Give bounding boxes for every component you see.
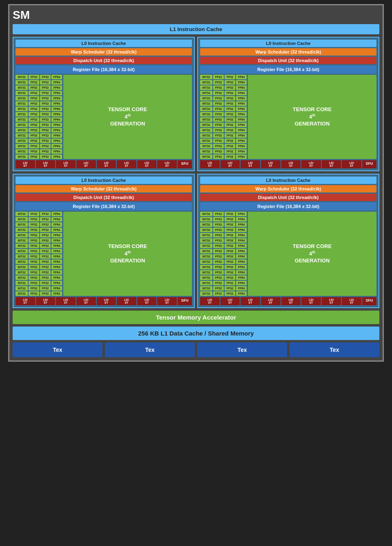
- core-cell-1-2: FP32: [225, 80, 235, 85]
- ld-st-3: LD/ ST: [261, 297, 281, 305]
- core-cell-8-3: FP64: [236, 254, 247, 259]
- core-cell-6-2: FP32: [225, 244, 235, 248]
- core-cell-9-0: INT32: [200, 123, 212, 127]
- ld-st-2: LD/ ST: [241, 297, 260, 305]
- core-cell-4-2: FP32: [40, 233, 51, 237]
- warp-scheduler-bl: Warp Scheduler (32 thread/clk): [16, 185, 192, 192]
- core-row-3: INT32FP32FP32FP64: [200, 91, 247, 95]
- core-row-13: INT32FP32FP32FP64: [16, 281, 62, 285]
- sfu: SFU: [178, 297, 192, 305]
- core-cell-15-1: FP32: [213, 154, 224, 159]
- core-cell-12-3: FP64: [236, 275, 247, 280]
- core-cell-13-1: FP32: [29, 281, 39, 285]
- core-cell-15-0: INT32: [200, 154, 212, 159]
- tex-unit-2: Tex: [197, 342, 287, 357]
- core-cell-4-0: INT32: [200, 96, 212, 101]
- core-cell-2-0: INT32: [200, 222, 212, 227]
- core-cell-14-1: FP32: [29, 149, 39, 154]
- top-quadrant-row: L0 Instruction Cache Warp Scheduler (32 …: [13, 37, 379, 171]
- bottom-row-tl: LD/ STLD/ STLD/ STLD/ STLD/ STLD/ STLD/ …: [16, 160, 192, 168]
- core-cell-3-0: INT32: [16, 91, 28, 95]
- core-area-tr: INT32FP32FP32FP64INT32FP32FP32FP64INT32F…: [200, 75, 376, 159]
- core-cell-7-2: FP32: [225, 112, 235, 116]
- core-cell-3-3: FP64: [236, 91, 247, 95]
- dispatch-unit-br: Dispatch Unit (32 thread/clk): [200, 194, 376, 201]
- core-row-6: INT32FP32FP32FP64: [16, 244, 62, 248]
- core-area-br: INT32FP32FP32FP64INT32FP32FP32FP64INT32F…: [200, 212, 376, 296]
- core-cell-5-3: FP64: [51, 101, 62, 106]
- ld-st-0: LD/ ST: [16, 160, 35, 168]
- core-cell-7-3: FP64: [51, 249, 62, 253]
- ld-st-0: LD/ ST: [16, 297, 35, 305]
- core-cell-2-2: FP32: [225, 222, 235, 227]
- ld-st-6: LD/ ST: [137, 297, 157, 305]
- core-cell-4-2: FP32: [225, 96, 235, 101]
- tensor-core-gen-tr: 4th: [309, 114, 315, 120]
- tensor-core-bl: TENSOR CORE4thGENERATION: [63, 212, 192, 296]
- l1-instruction-cache: L1 Instruction Cache: [13, 24, 379, 34]
- core-cell-5-2: FP32: [40, 101, 51, 106]
- core-row-14: INT32FP32FP32FP64: [16, 149, 62, 154]
- core-cell-0-0: INT32: [200, 212, 212, 216]
- core-cell-13-2: FP32: [40, 281, 51, 285]
- core-cell-9-3: FP64: [236, 123, 247, 127]
- core-row-4: INT32FP32FP32FP64: [200, 96, 247, 101]
- dispatch-unit-tr: Dispatch Unit (32 thread/clk): [200, 57, 376, 64]
- ld-st-1: LD/ ST: [36, 160, 56, 168]
- core-cell-4-3: FP64: [51, 96, 62, 101]
- core-cell-1-0: INT32: [200, 217, 212, 222]
- tensor-core-gen-br: 4th: [309, 251, 315, 257]
- core-cell-7-1: FP32: [213, 112, 224, 116]
- core-cell-12-0: INT32: [200, 275, 212, 280]
- core-cell-6-3: FP64: [236, 244, 247, 248]
- ld-st-4: LD/ ST: [281, 297, 301, 305]
- core-cell-13-2: FP32: [225, 281, 235, 285]
- core-cell-2-0: INT32: [16, 85, 28, 90]
- core-cell-14-2: FP32: [40, 149, 51, 154]
- core-cell-6-3: FP64: [236, 107, 247, 111]
- core-cell-3-0: INT32: [200, 91, 212, 95]
- core-cell-0-2: FP32: [225, 212, 235, 216]
- core-cell-14-1: FP32: [213, 286, 224, 291]
- core-cell-12-3: FP64: [236, 139, 247, 143]
- core-cell-14-0: INT32: [16, 286, 28, 291]
- ld-st-5: LD/ ST: [117, 297, 136, 305]
- core-cell-5-0: INT32: [200, 238, 212, 243]
- core-cell-1-1: FP32: [29, 80, 39, 85]
- core-cell-13-2: FP32: [40, 144, 51, 148]
- register-file-tr: Register File (16,384 x 32-bit): [200, 65, 376, 74]
- core-cell-14-1: FP32: [213, 149, 224, 154]
- core-cell-0-0: INT32: [16, 75, 28, 79]
- core-row-12: INT32FP32FP32FP64: [200, 275, 247, 280]
- core-cell-3-1: FP32: [213, 91, 224, 95]
- core-cell-14-2: FP32: [40, 286, 51, 291]
- core-cell-8-2: FP32: [40, 254, 51, 259]
- core-cell-13-3: FP64: [236, 281, 247, 285]
- core-cell-5-0: INT32: [16, 101, 28, 106]
- core-cell-15-2: FP32: [40, 291, 51, 296]
- core-row-5: INT32FP32FP32FP64: [200, 238, 247, 243]
- core-cell-11-0: INT32: [200, 270, 212, 275]
- core-cell-11-3: FP64: [51, 270, 62, 275]
- core-cell-12-0: INT32: [16, 275, 28, 280]
- core-cell-2-3: FP64: [236, 222, 247, 227]
- core-cell-0-1: FP32: [29, 75, 39, 79]
- ld-st-7: LD/ ST: [157, 297, 177, 305]
- core-row-11: INT32FP32FP32FP64: [200, 270, 247, 275]
- core-row-0: INT32FP32FP32FP64: [200, 75, 247, 79]
- core-cell-11-2: FP32: [225, 270, 235, 275]
- core-cell-13-3: FP64: [51, 144, 62, 148]
- core-cell-8-1: FP32: [213, 117, 224, 122]
- core-cell-9-3: FP64: [51, 260, 62, 264]
- core-cell-8-2: FP32: [225, 117, 235, 122]
- core-row-13: INT32FP32FP32FP64: [200, 144, 247, 148]
- bottom-row-bl: LD/ STLD/ STLD/ STLD/ STLD/ STLD/ STLD/ …: [16, 297, 192, 305]
- core-row-14: INT32FP32FP32FP64: [200, 286, 247, 291]
- core-row-15: INT32FP32FP32FP64: [16, 291, 62, 296]
- core-cell-4-3: FP64: [51, 233, 62, 237]
- ld-st-5: LD/ ST: [117, 160, 136, 168]
- core-cell-12-1: FP32: [29, 139, 39, 143]
- core-cell-1-0: INT32: [16, 217, 28, 222]
- core-cell-14-2: FP32: [225, 286, 235, 291]
- core-row-14: INT32FP32FP32FP64: [200, 149, 247, 154]
